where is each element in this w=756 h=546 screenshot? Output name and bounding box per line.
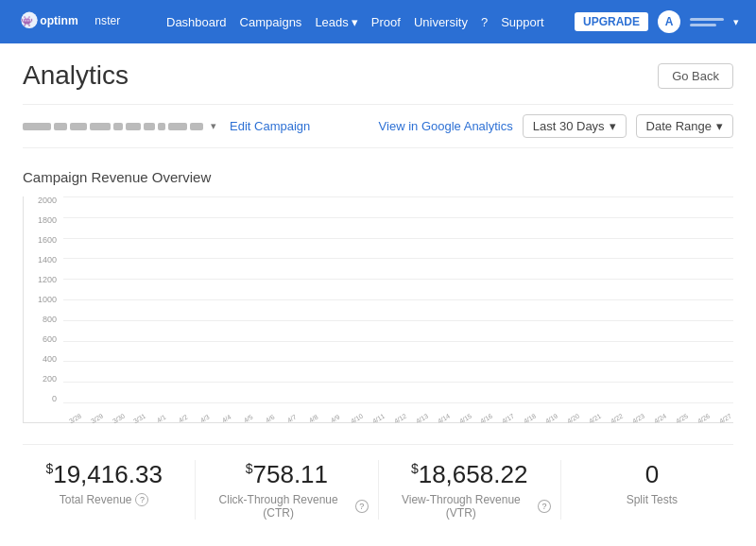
nav-upgrade-button[interactable]: UPGRADE xyxy=(575,12,648,31)
metric-value: $18,658.22 xyxy=(388,460,551,489)
bar-label: 4/1 xyxy=(156,414,167,424)
metric-value: $758.11 xyxy=(205,460,368,489)
bar-group: 4/11 xyxy=(367,411,387,422)
main-content: Analytics Go Back ▾ Edit Campaign View i… xyxy=(0,43,756,546)
bar-label: 4/21 xyxy=(588,413,602,425)
account-menu[interactable] xyxy=(690,18,724,26)
bar-label: 3/28 xyxy=(68,413,82,425)
bar-label: 4/7 xyxy=(286,414,298,424)
svg-text:nster: nster xyxy=(94,14,120,27)
help-icon[interactable]: ? xyxy=(355,500,368,513)
bar-label: 4/3 xyxy=(199,414,211,424)
nav-right: UPGRADE A ▾ xyxy=(575,10,739,33)
help-icon[interactable]: ? xyxy=(135,493,148,506)
bar-label: 4/6 xyxy=(265,414,276,424)
bar-group: 4/22 xyxy=(605,411,625,422)
bar-group: 4/1 xyxy=(150,411,170,422)
bar-label: 4/24 xyxy=(653,413,667,425)
bar-group: 4/24 xyxy=(648,411,668,422)
bar-group: 4/19 xyxy=(541,411,560,422)
bar-group: 4/3 xyxy=(194,411,214,422)
bar-label: 4/16 xyxy=(479,413,493,425)
bar-group: 4/6 xyxy=(258,411,278,422)
view-in-google-analytics-link[interactable]: View in Google Analytics xyxy=(379,119,513,133)
chevron-down-icon: ▾ xyxy=(610,119,616,133)
bar-label: 4/14 xyxy=(437,413,451,425)
bar-group: 4/26 xyxy=(692,411,712,422)
bar-group: 4/5 xyxy=(237,411,257,422)
bar-label: 4/8 xyxy=(308,414,319,424)
bars-container: 3/28 3/29 3/30 3/31 4/1 4/2 4/3 4/4 4/5 … xyxy=(63,215,733,422)
metric-item: $18,658.22 View-Through Revenue (VTR)? xyxy=(388,460,551,520)
bar-group: 3/29 xyxy=(85,411,105,422)
metric-label: Split Tests xyxy=(571,493,733,506)
bar-label: 3/30 xyxy=(111,413,125,425)
custom-date-range-button[interactable]: Date Range ▾ xyxy=(636,114,733,138)
bar-label: 4/25 xyxy=(675,413,689,425)
user-avatar[interactable]: A xyxy=(658,10,680,33)
edit-campaign-link[interactable]: Edit Campaign xyxy=(230,119,310,133)
bar-label: 4/10 xyxy=(350,413,364,425)
bar-label: 4/5 xyxy=(243,414,254,424)
bar-group: 4/16 xyxy=(475,411,495,422)
metric-label: View-Through Revenue (VTR)? xyxy=(388,493,551,520)
bar-group: 4/23 xyxy=(627,411,646,422)
nav-links: Dashboard Campaigns Leads ▾ Proof Univer… xyxy=(166,15,558,29)
bar-group: 4/21 xyxy=(584,411,604,422)
page-header: Analytics Go Back xyxy=(23,60,733,91)
bar-group: 4/10 xyxy=(345,411,365,422)
metric-value: $19,416.33 xyxy=(23,460,185,489)
bar-label: 4/22 xyxy=(610,413,624,425)
nav-leads[interactable]: Leads ▾ xyxy=(315,15,357,29)
metrics-row: $19,416.33 Total Revenue? $758.11 Click-… xyxy=(23,444,733,520)
bar-label: 4/15 xyxy=(457,413,472,425)
nav-help[interactable]: ? xyxy=(481,15,488,29)
bar-group: 4/27 xyxy=(713,411,733,422)
brand-logo[interactable]: 👾 optinm nster xyxy=(17,9,140,35)
bar-group: 4/8 xyxy=(301,411,321,422)
metric-value: 0 xyxy=(571,460,733,489)
metric-divider xyxy=(560,460,561,520)
chart-title: Campaign Revenue Overview xyxy=(23,169,733,185)
bar-group: 3/30 xyxy=(107,411,127,422)
bar-group: 4/2 xyxy=(172,411,192,422)
metric-divider xyxy=(195,460,196,520)
go-back-button[interactable]: Go Back xyxy=(658,63,733,89)
nav-proof[interactable]: Proof xyxy=(371,15,401,29)
bar-group: 4/12 xyxy=(388,411,408,422)
metric-item: $758.11 Click-Through Revenue (CTR)? xyxy=(205,460,368,520)
bar-label: 4/18 xyxy=(523,413,537,425)
nav-dashboard[interactable]: Dashboard xyxy=(166,15,227,29)
bar-label: 4/4 xyxy=(221,414,232,424)
chevron-down-icon: ▾ xyxy=(352,15,358,29)
bar-label: 3/29 xyxy=(90,413,104,425)
bar-group: 4/13 xyxy=(410,411,430,422)
bar-label: 4/17 xyxy=(501,413,515,425)
chevron-down-icon: ▾ xyxy=(716,119,723,133)
help-icon[interactable]: ? xyxy=(538,500,551,513)
bar-label: 4/26 xyxy=(696,413,711,425)
nav-support[interactable]: Support xyxy=(501,15,544,29)
bar-group: 4/14 xyxy=(432,411,452,422)
y-axis-labels: 2000 1800 1600 1400 1200 1000 800 600 40… xyxy=(24,196,61,403)
bar-group: 4/9 xyxy=(323,411,343,422)
nav-university[interactable]: University xyxy=(414,15,468,29)
campaign-selector[interactable]: ▾ xyxy=(23,120,216,132)
bar-group: 4/4 xyxy=(215,411,235,422)
bar-group: 4/20 xyxy=(562,411,582,422)
filter-row: ▾ Edit Campaign View in Google Analytics… xyxy=(23,104,733,148)
campaign-dots xyxy=(23,123,203,130)
chevron-down-icon: ▾ xyxy=(211,120,216,132)
page-title: Analytics xyxy=(23,60,129,91)
svg-text:👾: 👾 xyxy=(21,15,33,27)
metric-label: Click-Through Revenue (CTR)? xyxy=(205,493,368,520)
bar-label: 3/31 xyxy=(132,413,146,425)
metric-divider xyxy=(378,460,379,520)
nav-campaigns[interactable]: Campaigns xyxy=(240,15,302,29)
metric-item: 0 Split Tests xyxy=(571,460,733,520)
bar-label: 4/27 xyxy=(718,413,732,425)
svg-text:optinm: optinm xyxy=(40,14,78,27)
chevron-down-icon[interactable]: ▾ xyxy=(733,16,739,28)
bar-group: 4/25 xyxy=(670,411,690,422)
date-range-dropdown[interactable]: Last 30 Days ▾ xyxy=(523,114,627,138)
